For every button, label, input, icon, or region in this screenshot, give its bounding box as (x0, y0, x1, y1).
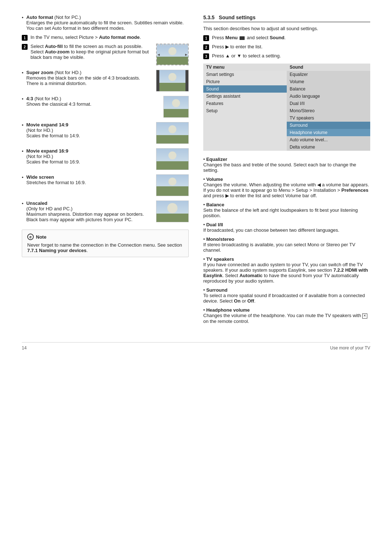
step-2: 2 Select Auto-fill to fill the screen as… (22, 44, 152, 60)
bullet-movie-expand-149: • Movie expand 14:9 (Not for HD.) Scales… (22, 122, 152, 138)
menu-icon (240, 36, 245, 40)
auto-format-title: Auto format (26, 15, 53, 20)
note-label: Note (36, 234, 46, 240)
bullet-tv-speakers: • TV speakers If you have connected an a… (203, 256, 370, 284)
auto-format-title-suffix: (Not for PC.) (53, 15, 81, 20)
note-bold: 7.7.1 Naming your devices (27, 248, 86, 253)
bullet-equalizer: • Equalizer Changes the bass and treble … (203, 157, 370, 173)
menu-row-smart-settings: Smart settings Equalizer (203, 71, 370, 78)
bullet-dual-i-ii: • Dual I/II If broadcasted, you can choo… (203, 222, 370, 233)
mute-icon: ✕ (362, 313, 367, 319)
note-header: e Note (27, 234, 183, 240)
menu-col1-header: TV menu (203, 64, 287, 71)
bullet-surround: • Surround To select a more spatial soun… (203, 287, 370, 304)
menu-row-picture: Picture Volume (203, 78, 370, 85)
menu-row-delta-volume: Delta volume (203, 143, 370, 151)
sound-text: Sound (270, 35, 284, 40)
bullet-unscaled: • Unscaled (Only for HD and PC.) Maximum… (22, 200, 152, 222)
menu-row-auto-volume: Auto volume level... (203, 136, 370, 143)
menu-row-surround: Surround (203, 122, 370, 129)
tv-image-4-3 (163, 96, 189, 118)
tv-image-autofill: ▶ ◀ (156, 44, 189, 65)
bullet-volume: • Volume Changes the volume. When adjust… (203, 177, 370, 198)
tv-image-super-zoom (156, 70, 189, 92)
page-footer: 14 Use more of your TV (22, 342, 370, 351)
right-column: 5.3.5 Sound settings This section descri… (203, 15, 370, 328)
right-step-1: 1 Press Menu and select Sound. (203, 35, 370, 41)
tv-image-unscaled (156, 200, 189, 222)
page-number: 14 (22, 345, 26, 351)
right-step-3: 3 Press ▲ or ▼ to select a setting. (203, 53, 370, 59)
bullet-wide-screen: • Wide screen Stretches the format to 16… (22, 174, 152, 185)
menu-row-setup: Setup Mono/Stereo (203, 107, 370, 114)
bullet-mono-stereo: • Mono/stereo If stereo broadcasting is … (203, 236, 370, 253)
section-title: Sound settings (219, 15, 256, 20)
note-box: e Note Never forget to name the connecti… (22, 230, 189, 257)
menu-row-sound: Sound Balance (203, 85, 370, 93)
tv-image-movie-expand-149 (156, 122, 189, 144)
note-text: Never forget to name the connection in t… (27, 242, 183, 253)
tv-image-wide-screen (156, 174, 189, 196)
bullet-super-zoom: • Super zoom (Not for HD.) Removes the b… (22, 70, 152, 86)
tv-menu-table: TV menu Sound Smart settings Equalizer P… (203, 64, 370, 151)
footer-right: Use more of your TV (330, 345, 370, 351)
page-container: • Auto format (Not for PC.) Enlarges the… (22, 15, 370, 328)
tv-image-movie-expand-169 (156, 148, 189, 170)
right-step-2: 2 Press ▶ to enter the list. (203, 44, 370, 50)
bullet-4-3: • 4:3 (Not for HD.) Shows the classical … (22, 96, 160, 107)
left-column: • Auto format (Not for PC.) Enlarges the… (22, 15, 189, 328)
menu-row-headphone-volume: Headphone volume (203, 129, 370, 136)
menu-row-tv-speakers: TV speakers (203, 114, 370, 122)
section-intro: This section describes how to adjust all… (203, 26, 370, 31)
menu-row-settings-assistant: Settings assistant Audio language (203, 93, 370, 100)
bullet-movie-expand-169: • Movie expand 16:9 (Not for HD.) Scales… (22, 148, 152, 165)
auto-format-desc: Enlarges the picture automatically to fi… (26, 20, 184, 31)
bullet-auto-format: • Auto format (Not for PC.) Enlarges the… (22, 15, 189, 31)
menu-row-features: Features Dual I/II (203, 100, 370, 107)
section-num: 5.3.5 (203, 15, 215, 20)
step-1: 1 In the TV menu, select Picture > Auto … (22, 35, 189, 41)
note-icon: e (27, 234, 34, 240)
bullet-headphone-volume: • Headphone volume Changes the volume of… (203, 307, 370, 324)
step1-bold: Auto format mode (99, 35, 140, 40)
section-heading: 5.3.5 Sound settings (203, 15, 370, 22)
menu-col2-header: Sound (287, 64, 370, 71)
bullet-balance: • Balance Sets the balance of the left a… (203, 202, 370, 218)
